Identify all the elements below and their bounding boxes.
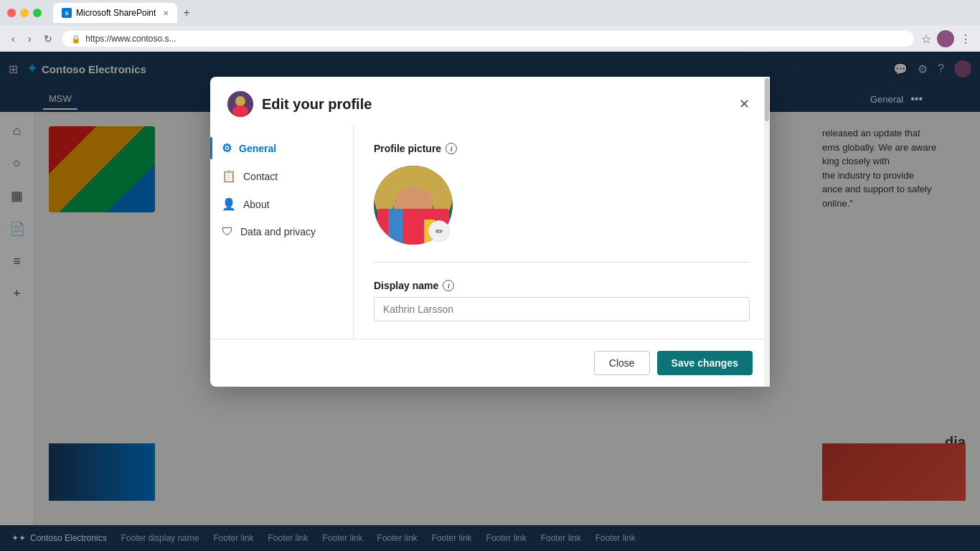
modal-scrollbar-track[interactable] [764,126,770,339]
minimize-traffic-light[interactable] [20,9,29,17]
active-tab[interactable]: S Microsoft SharePoint ✕ [53,3,177,23]
modal-user-avatar [227,91,253,117]
modal-title: Edit your profile [262,96,727,113]
address-bar[interactable]: 🔒 https://www.contoso.s... [62,31,914,47]
profile-picture-info-icon[interactable]: i [446,143,457,154]
modal-body: ⚙ General 📋 Contact 👤 About 🛡 Data and p… [210,126,770,339]
tab-favicon: S [62,8,72,18]
lock-icon: 🔒 [71,34,81,44]
section-divider [374,262,750,263]
gear-icon: ⚙ [222,141,232,155]
shield-icon: 🛡 [222,225,233,238]
fullscreen-traffic-light[interactable] [33,9,42,17]
svg-point-1 [235,96,245,106]
nav-item-about[interactable]: 👤 About [210,190,353,218]
modal-footer: Close Save changes [210,339,770,387]
browser-chrome: S Microsoft SharePoint ✕ + [0,0,980,26]
save-changes-button[interactable]: Save changes [657,351,753,375]
tab-close-icon[interactable]: ✕ [163,9,169,17]
nav-label-about: About [243,199,270,210]
display-name-text: Display name [374,280,438,291]
nav-item-general[interactable]: ⚙ General [210,134,353,162]
svg-point-2 [232,105,248,117]
close-button[interactable]: Close [594,351,650,375]
edit-profile-modal: Edit your profile ✕ ⚙ General 📋 Contact … [210,77,770,387]
profile-picture-area: ✏ [374,166,453,245]
address-bar-row: ‹ › ↻ 🔒 https://www.contoso.s... ☆ ⋮ [0,26,980,52]
nav-label-contact: Contact [243,171,278,182]
browser-actions: ☆ ⋮ [921,30,971,47]
modal-header: Edit your profile ✕ [210,77,770,126]
back-button[interactable]: ‹ [9,33,18,44]
nav-item-contact[interactable]: 📋 Contact [210,162,353,190]
bookmark-icon[interactable]: ☆ [921,32,931,46]
contact-icon: 📋 [222,169,236,183]
traffic-lights [7,9,42,17]
nav-label-general: General [239,143,276,154]
profile-picture-text: Profile picture [374,143,441,154]
new-tab-button[interactable]: + [180,6,192,19]
close-traffic-light[interactable] [7,9,16,17]
tab-bar: S Microsoft SharePoint ✕ + [53,3,973,23]
modal-nav: ⚙ General 📋 Contact 👤 About 🛡 Data and p… [210,126,354,339]
person-icon: 👤 [222,197,236,211]
display-name-input[interactable] [374,297,750,321]
browser-user-avatar[interactable] [937,30,954,47]
forward-button[interactable]: › [25,33,34,44]
nav-label-data-privacy: Data and privacy [240,226,316,237]
tab-title: Microsoft SharePoint [76,8,156,18]
nav-item-data-privacy[interactable]: 🛡 Data and privacy [210,218,353,245]
display-name-info-icon[interactable]: i [443,280,454,291]
url-text: https://www.contoso.s... [85,34,176,44]
jacket-accent-blue [388,209,402,245]
modal-close-button[interactable]: ✕ [736,93,753,115]
display-name-label: Display name i [374,280,750,291]
modal-content: Profile picture i [354,126,770,339]
profile-picture-label: Profile picture i [374,143,750,154]
sharepoint-page: ⊞ ✦ Contoso Electronics 💬 ⚙ ? MSW Genera… [0,52,980,551]
browser-menu-icon[interactable]: ⋮ [960,32,971,46]
refresh-button[interactable]: ↻ [41,33,55,44]
edit-profile-picture-button[interactable]: ✏ [428,220,450,242]
